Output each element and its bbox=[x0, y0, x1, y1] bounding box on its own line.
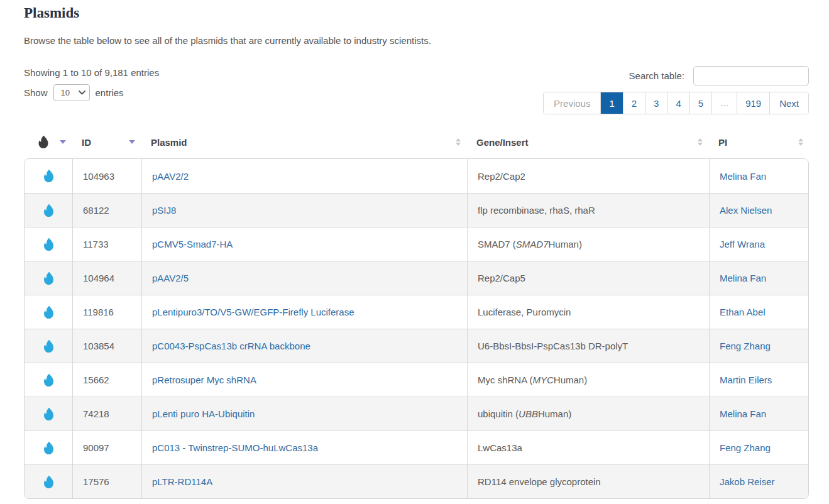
gene-insert-cell: Rep2/Cap5 bbox=[467, 261, 709, 295]
plasmid-link[interactable]: pCMV5-Smad7-HA bbox=[152, 239, 233, 249]
pi-link[interactable]: Melina Fan bbox=[720, 171, 766, 182]
plasmid-cell: pC0043-PspCas13b crRNA backbone bbox=[141, 329, 467, 363]
flame-icon bbox=[43, 170, 54, 182]
plasmid-link[interactable]: pC013 - Twinstrep-SUMO-huLwCas13a bbox=[152, 442, 318, 453]
popularity-cell bbox=[25, 363, 72, 397]
pagination-ellipsis: … bbox=[711, 92, 737, 114]
entries-controls: Showing 1 to 10 of 9,181 entries Show 10… bbox=[24, 66, 159, 101]
column-label: Gene/Insert bbox=[476, 137, 529, 148]
pi-cell: Melina Fan bbox=[709, 397, 809, 430]
id-cell: 11733 bbox=[72, 227, 141, 261]
table-row: 11733 pCMV5-Smad7-HA SMAD7 (SMAD7 Human)… bbox=[25, 227, 808, 261]
popularity-cell bbox=[25, 295, 72, 329]
pagination-page-button[interactable]: 919 bbox=[737, 92, 769, 114]
sort-descending-icon bbox=[129, 140, 135, 144]
page-size-row: Show 10 entries bbox=[24, 84, 159, 101]
entries-label: entries bbox=[96, 87, 124, 98]
sort-unsorted-icon bbox=[456, 138, 461, 146]
pi-link[interactable]: Jakob Reiser bbox=[720, 476, 775, 487]
table-controls: Showing 1 to 10 of 9,181 entries Show 10… bbox=[24, 66, 809, 114]
pi-link[interactable]: Jeff Wrana bbox=[720, 239, 765, 249]
column-label: ID bbox=[82, 137, 91, 148]
popularity-cell bbox=[25, 464, 72, 498]
pi-link[interactable]: Melina Fan bbox=[720, 273, 766, 283]
flame-icon bbox=[43, 272, 54, 285]
popularity-cell bbox=[25, 193, 72, 227]
gene-insert-cell: Rep2/Cap2 bbox=[467, 159, 709, 193]
flame-icon bbox=[43, 442, 54, 454]
gene-insert-cell: ubiquitin (UBB Human) bbox=[467, 397, 709, 430]
plasmids-page: Plasmids Browse the table below to see a… bbox=[24, 5, 809, 499]
column-header-gene-insert[interactable]: Gene/Insert bbox=[466, 137, 708, 148]
gene-insert-cell: flp recombinase, rhaS, rhaR bbox=[467, 193, 709, 227]
pi-link[interactable]: Melina Fan bbox=[720, 408, 766, 419]
plasmid-link[interactable]: pLentipuro3/TO/V5-GW/EGFP-Firefly Lucife… bbox=[152, 307, 354, 317]
id-cell: 90097 bbox=[72, 430, 141, 464]
pi-link[interactable]: Feng Zhang bbox=[720, 341, 771, 351]
plasmid-link[interactable]: pAAV2/5 bbox=[152, 273, 189, 283]
pi-cell: Melina Fan bbox=[709, 261, 809, 295]
id-cell: 104964 bbox=[72, 261, 141, 295]
column-header-popularity[interactable] bbox=[24, 136, 72, 148]
column-header-pi[interactable]: PI bbox=[708, 137, 809, 148]
pi-link[interactable]: Martin Eilers bbox=[720, 375, 772, 385]
pagination-previous-button[interactable]: Previous bbox=[544, 92, 600, 114]
plasmid-cell: pCMV5-Smad7-HA bbox=[141, 227, 467, 261]
flame-icon bbox=[43, 476, 54, 488]
plasmid-cell: pC013 - Twinstrep-SUMO-huLwCas13a bbox=[141, 430, 467, 464]
table-row: 119816 pLentipuro3/TO/V5-GW/EGFP-Firefly… bbox=[25, 295, 808, 329]
id-cell: 68122 bbox=[72, 193, 141, 227]
id-cell: 104963 bbox=[72, 159, 141, 193]
plasmid-link[interactable]: pSIJ8 bbox=[152, 205, 176, 216]
pi-cell: Alex Nielsen bbox=[709, 193, 809, 227]
table-row: 104964 pAAV2/5 Rep2/Cap5 Melina Fan bbox=[25, 261, 808, 295]
pi-cell: Jakob Reiser bbox=[709, 464, 809, 498]
plasmid-link[interactable]: pAAV2/2 bbox=[152, 171, 189, 182]
gene-insert-cell: Luciferase, Puromycin bbox=[467, 295, 709, 329]
column-label: Plasmid bbox=[151, 137, 187, 148]
page-description: Browse the table below to see all of the… bbox=[24, 35, 809, 46]
plasmid-cell: pAAV2/2 bbox=[141, 159, 467, 193]
plasmid-link[interactable]: pLTR-RD114A bbox=[152, 476, 212, 487]
plasmid-link[interactable]: pC0043-PspCas13b crRNA backbone bbox=[152, 341, 310, 351]
popularity-cell bbox=[25, 397, 72, 430]
plasmid-cell: pLTR-RD114A bbox=[141, 464, 467, 498]
flame-icon bbox=[43, 374, 54, 386]
search-input[interactable] bbox=[693, 66, 809, 85]
page-size-select[interactable]: 10 bbox=[53, 84, 90, 101]
gene-insert-cell: RD114 envelope glycoprotein bbox=[467, 464, 709, 498]
column-header-id[interactable]: ID bbox=[72, 137, 141, 148]
gene-insert-cell: LwCas13a bbox=[467, 430, 709, 464]
search-and-pagination: Search table: Previous 12345…919 Next bbox=[543, 66, 809, 114]
pagination-next-button[interactable]: Next bbox=[769, 92, 808, 114]
pagination-page-button[interactable]: 4 bbox=[667, 92, 689, 114]
table-row: 90097 pC013 - Twinstrep-SUMO-huLwCas13a … bbox=[25, 430, 808, 464]
pagination-page-button[interactable]: 1 bbox=[600, 92, 622, 114]
plasmid-cell: pLentipuro3/TO/V5-GW/EGFP-Firefly Lucife… bbox=[141, 295, 467, 329]
table-row: 68122 pSIJ8 flp recombinase, rhaS, rhaR … bbox=[25, 193, 808, 227]
pi-link[interactable]: Alex Nielsen bbox=[720, 205, 772, 216]
popularity-cell bbox=[25, 159, 72, 193]
pi-link[interactable]: Ethan Abel bbox=[720, 307, 766, 317]
search-label: Search table: bbox=[629, 70, 684, 81]
flame-icon bbox=[38, 136, 49, 148]
pi-cell: Feng Zhang bbox=[709, 430, 809, 464]
column-header-plasmid[interactable]: Plasmid bbox=[141, 137, 466, 148]
table-row: 104963 pAAV2/2 Rep2/Cap2 Melina Fan bbox=[25, 159, 808, 193]
plasmids-table-body: 104963 pAAV2/2 Rep2/Cap2 Melina Fan 6812… bbox=[24, 158, 809, 499]
plasmid-link[interactable]: pRetrosuper Myc shRNA bbox=[152, 375, 256, 385]
popularity-cell bbox=[25, 329, 72, 363]
pagination-page-button[interactable]: 2 bbox=[623, 92, 645, 114]
sort-unsorted-icon bbox=[798, 138, 803, 146]
pi-cell: Ethan Abel bbox=[709, 295, 809, 329]
gene-insert-cell: SMAD7 (SMAD7 Human) bbox=[467, 227, 709, 261]
popularity-cell bbox=[25, 430, 72, 464]
id-cell: 17576 bbox=[72, 464, 141, 498]
pagination-page-button[interactable]: 5 bbox=[689, 92, 711, 114]
sort-unsorted-icon bbox=[698, 138, 703, 146]
pagination-page-button[interactable]: 3 bbox=[645, 92, 667, 114]
plasmid-link[interactable]: pLenti puro HA-Ubiquitin bbox=[152, 408, 255, 419]
show-label: Show bbox=[24, 87, 48, 98]
pi-link[interactable]: Feng Zhang bbox=[720, 442, 771, 453]
table-header-row: ID Plasmid Gene/Insert PI bbox=[24, 133, 809, 151]
